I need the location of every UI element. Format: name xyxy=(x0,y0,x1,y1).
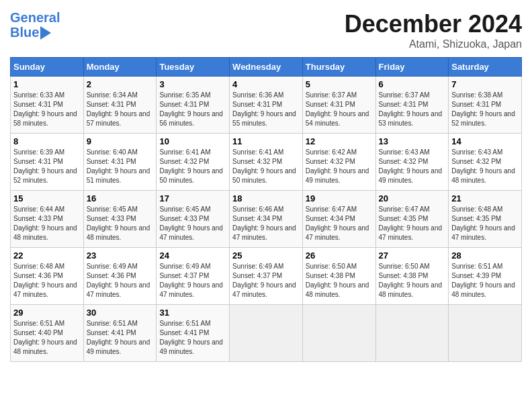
day-number: 3 xyxy=(159,79,226,89)
day-info: Sunrise: 6:41 AMSunset: 4:32 PMDaylight:… xyxy=(159,148,226,185)
day-number: 17 xyxy=(159,193,226,203)
calendar-cell: 7 Sunrise: 6:38 AMSunset: 4:31 PMDayligh… xyxy=(449,77,522,134)
day-info: Sunrise: 6:37 AMSunset: 4:31 PMDaylight:… xyxy=(379,91,446,128)
day-info: Sunrise: 6:42 AMSunset: 4:32 PMDaylight:… xyxy=(306,148,373,185)
logo: General Blue xyxy=(10,10,60,40)
week-row-1: 1 Sunrise: 6:33 AMSunset: 4:31 PMDayligh… xyxy=(11,77,522,134)
day-number: 9 xyxy=(87,136,154,146)
calendar-cell xyxy=(449,305,522,362)
calendar-cell: 31 Sunrise: 6:51 AMSunset: 4:41 PMDaylig… xyxy=(157,305,230,362)
calendar-cell: 23 Sunrise: 6:49 AMSunset: 4:36 PMDaylig… xyxy=(83,248,157,305)
day-info: Sunrise: 6:45 AMSunset: 4:33 PMDaylight:… xyxy=(87,205,154,242)
calendar-cell: 29 Sunrise: 6:51 AMSunset: 4:40 PMDaylig… xyxy=(11,305,84,362)
day-number: 28 xyxy=(451,250,519,261)
day-info: Sunrise: 6:40 AMSunset: 4:31 PMDaylight:… xyxy=(87,148,154,185)
day-info: Sunrise: 6:43 AMSunset: 4:32 PMDaylight:… xyxy=(451,148,519,185)
calendar-cell: 3 Sunrise: 6:35 AMSunset: 4:31 PMDayligh… xyxy=(157,77,230,134)
day-info: Sunrise: 6:36 AMSunset: 4:31 PMDaylight:… xyxy=(232,91,300,128)
week-row-4: 22 Sunrise: 6:48 AMSunset: 4:36 PMDaylig… xyxy=(11,248,522,305)
day-number: 18 xyxy=(232,193,300,203)
logo-arrow-icon xyxy=(40,26,51,40)
calendar-cell: 1 Sunrise: 6:33 AMSunset: 4:31 PMDayligh… xyxy=(11,77,84,134)
day-number: 7 xyxy=(451,79,519,89)
day-info: Sunrise: 6:47 AMSunset: 4:35 PMDaylight:… xyxy=(379,205,446,242)
calendar-cell: 2 Sunrise: 6:34 AMSunset: 4:31 PMDayligh… xyxy=(83,77,157,134)
calendar-cell: 5 Sunrise: 6:37 AMSunset: 4:31 PMDayligh… xyxy=(302,77,375,134)
weekday-header-saturday: Saturday xyxy=(449,58,522,77)
day-info: Sunrise: 6:51 AMSunset: 4:40 PMDaylight:… xyxy=(13,319,81,357)
day-info: Sunrise: 6:49 AMSunset: 4:37 PMDaylight:… xyxy=(232,262,300,300)
logo-general: General xyxy=(10,10,60,25)
location: Atami, Shizuoka, Japan xyxy=(345,38,522,50)
day-info: Sunrise: 6:43 AMSunset: 4:32 PMDaylight:… xyxy=(379,148,446,185)
day-info: Sunrise: 6:51 AMSunset: 4:41 PMDaylight:… xyxy=(87,319,154,357)
day-number: 29 xyxy=(13,308,81,318)
day-number: 23 xyxy=(87,250,154,261)
weekday-header-wednesday: Wednesday xyxy=(230,58,303,77)
day-number: 24 xyxy=(159,250,226,261)
day-number: 4 xyxy=(232,79,300,89)
title-block: December 2024 Atami, Shizuoka, Japan xyxy=(345,10,522,50)
calendar-cell: 22 Sunrise: 6:48 AMSunset: 4:36 PMDaylig… xyxy=(11,248,84,305)
calendar-cell: 10 Sunrise: 6:41 AMSunset: 4:32 PMDaylig… xyxy=(157,134,230,191)
day-number: 20 xyxy=(379,193,446,203)
week-row-5: 29 Sunrise: 6:51 AMSunset: 4:40 PMDaylig… xyxy=(11,305,522,362)
calendar-cell: 25 Sunrise: 6:49 AMSunset: 4:37 PMDaylig… xyxy=(230,248,303,305)
day-info: Sunrise: 6:39 AMSunset: 4:31 PMDaylight:… xyxy=(13,148,81,185)
calendar-cell: 8 Sunrise: 6:39 AMSunset: 4:31 PMDayligh… xyxy=(11,134,84,191)
day-info: Sunrise: 6:50 AMSunset: 4:38 PMDaylight:… xyxy=(379,262,446,300)
calendar-cell: 11 Sunrise: 6:41 AMSunset: 4:32 PMDaylig… xyxy=(230,134,303,191)
calendar-cell: 15 Sunrise: 6:44 AMSunset: 4:33 PMDaylig… xyxy=(11,191,84,248)
calendar-cell: 26 Sunrise: 6:50 AMSunset: 4:38 PMDaylig… xyxy=(302,248,375,305)
page-header: General Blue December 2024 Atami, Shizuo… xyxy=(10,10,522,50)
calendar-cell: 21 Sunrise: 6:48 AMSunset: 4:35 PMDaylig… xyxy=(449,191,522,248)
day-number: 31 xyxy=(159,308,226,318)
day-info: Sunrise: 6:47 AMSunset: 4:34 PMDaylight:… xyxy=(306,205,373,242)
calendar-cell: 17 Sunrise: 6:45 AMSunset: 4:33 PMDaylig… xyxy=(157,191,230,248)
calendar-cell xyxy=(302,305,375,362)
day-info: Sunrise: 6:50 AMSunset: 4:38 PMDaylight:… xyxy=(306,262,373,300)
day-info: Sunrise: 6:37 AMSunset: 4:31 PMDaylight:… xyxy=(306,91,373,128)
calendar-table: SundayMondayTuesdayWednesdayThursdayFrid… xyxy=(10,57,522,362)
day-info: Sunrise: 6:48 AMSunset: 4:36 PMDaylight:… xyxy=(13,262,81,300)
day-number: 15 xyxy=(13,193,81,203)
day-info: Sunrise: 6:45 AMSunset: 4:33 PMDaylight:… xyxy=(159,205,226,242)
calendar-cell: 13 Sunrise: 6:43 AMSunset: 4:32 PMDaylig… xyxy=(375,134,449,191)
day-info: Sunrise: 6:41 AMSunset: 4:32 PMDaylight:… xyxy=(232,148,300,185)
calendar-cell: 18 Sunrise: 6:46 AMSunset: 4:34 PMDaylig… xyxy=(230,191,303,248)
calendar-cell: 6 Sunrise: 6:37 AMSunset: 4:31 PMDayligh… xyxy=(375,77,449,134)
weekday-header-row: SundayMondayTuesdayWednesdayThursdayFrid… xyxy=(11,58,522,77)
day-info: Sunrise: 6:46 AMSunset: 4:34 PMDaylight:… xyxy=(232,205,300,242)
calendar-cell: 24 Sunrise: 6:49 AMSunset: 4:37 PMDaylig… xyxy=(157,248,230,305)
weekday-header-friday: Friday xyxy=(375,58,449,77)
day-number: 19 xyxy=(306,193,373,203)
weekday-header-monday: Monday xyxy=(83,58,157,77)
month-title: December 2024 xyxy=(345,10,522,38)
day-info: Sunrise: 6:34 AMSunset: 4:31 PMDaylight:… xyxy=(87,91,154,128)
calendar-cell: 9 Sunrise: 6:40 AMSunset: 4:31 PMDayligh… xyxy=(83,134,157,191)
calendar-cell: 30 Sunrise: 6:51 AMSunset: 4:41 PMDaylig… xyxy=(83,305,157,362)
day-info: Sunrise: 6:35 AMSunset: 4:31 PMDaylight:… xyxy=(159,91,226,128)
day-number: 21 xyxy=(451,193,519,203)
calendar-body: 1 Sunrise: 6:33 AMSunset: 4:31 PMDayligh… xyxy=(11,77,522,362)
day-number: 6 xyxy=(379,79,446,89)
weekday-header-thursday: Thursday xyxy=(302,58,375,77)
day-number: 10 xyxy=(159,136,226,146)
logo-blue: Blue xyxy=(10,25,39,40)
day-info: Sunrise: 6:51 AMSunset: 4:41 PMDaylight:… xyxy=(159,319,226,357)
calendar-cell: 27 Sunrise: 6:50 AMSunset: 4:38 PMDaylig… xyxy=(375,248,449,305)
calendar-cell: 20 Sunrise: 6:47 AMSunset: 4:35 PMDaylig… xyxy=(375,191,449,248)
calendar-cell: 28 Sunrise: 6:51 AMSunset: 4:39 PMDaylig… xyxy=(449,248,522,305)
calendar-cell xyxy=(375,305,449,362)
day-number: 26 xyxy=(306,250,373,261)
calendar-cell: 14 Sunrise: 6:43 AMSunset: 4:32 PMDaylig… xyxy=(449,134,522,191)
week-row-3: 15 Sunrise: 6:44 AMSunset: 4:33 PMDaylig… xyxy=(11,191,522,248)
day-info: Sunrise: 6:51 AMSunset: 4:39 PMDaylight:… xyxy=(451,262,519,300)
weekday-header-sunday: Sunday xyxy=(11,58,84,77)
day-number: 27 xyxy=(379,250,446,261)
day-info: Sunrise: 6:33 AMSunset: 4:31 PMDaylight:… xyxy=(13,91,81,128)
day-number: 2 xyxy=(87,79,154,89)
day-info: Sunrise: 6:44 AMSunset: 4:33 PMDaylight:… xyxy=(13,205,81,242)
calendar-cell xyxy=(230,305,303,362)
calendar-cell: 19 Sunrise: 6:47 AMSunset: 4:34 PMDaylig… xyxy=(302,191,375,248)
